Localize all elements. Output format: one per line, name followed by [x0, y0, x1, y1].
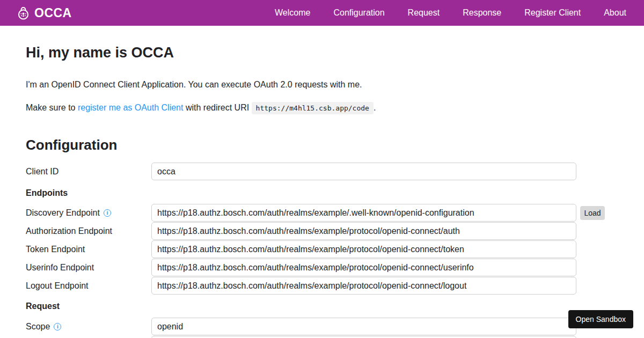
register-suffix: .	[374, 103, 376, 112]
nav-response[interactable]: Response	[463, 8, 501, 18]
discovery-endpoint-row: Discovery Endpoint Load	[26, 204, 576, 222]
logout-endpoint-row: Logout Endpoint	[26, 277, 576, 295]
authorization-endpoint-label-text: Authorization Endpoint	[26, 226, 112, 236]
scope-input[interactable]	[151, 318, 576, 335]
additional-parameters-row: Additional parameters	[26, 336, 576, 338]
logout-endpoint-label-text: Logout Endpoint	[26, 281, 89, 291]
userinfo-endpoint-row: Userinfo Endpoint	[26, 259, 576, 276]
token-endpoint-label-text: Token Endpoint	[26, 245, 85, 254]
register-middle: with redirect URI	[183, 103, 251, 112]
userinfo-endpoint-label-text: Userinfo Endpoint	[26, 263, 94, 273]
token-endpoint-row: Token Endpoint	[26, 240, 576, 258]
register-prefix: Make sure to	[26, 103, 78, 112]
scope-label-text: Scope	[26, 322, 50, 332]
nav-configuration[interactable]: Configuration	[333, 8, 384, 18]
authorization-endpoint-input[interactable]	[151, 222, 576, 240]
intro-description: I'm an OpenID Connect Client Application…	[26, 79, 576, 90]
discovery-endpoint-input[interactable]	[151, 204, 576, 222]
load-button[interactable]: Load	[580, 206, 605, 220]
open-sandbox-button[interactable]: Open Sandbox	[568, 310, 633, 328]
scope-label: Scope	[26, 322, 151, 332]
nav-request[interactable]: Request	[408, 8, 440, 18]
client-id-row: Client ID	[26, 163, 576, 180]
client-id-label-text: Client ID	[26, 167, 58, 177]
token-endpoint-label: Token Endpoint	[26, 245, 151, 254]
userinfo-endpoint-label: Userinfo Endpoint	[26, 263, 151, 273]
token-endpoint-input[interactable]	[151, 240, 576, 258]
request-heading: Request	[26, 301, 576, 311]
endpoints-heading: Endpoints	[26, 188, 576, 198]
main-content: Hi, my name is OCCA I'm an OpenID Connec…	[26, 45, 576, 338]
app-header: OCCA Welcome Configuration Request Respo…	[0, 0, 644, 26]
authorization-endpoint-label: Authorization Endpoint	[26, 226, 151, 236]
main-nav: Welcome Configuration Request Response R…	[275, 8, 626, 18]
logout-endpoint-label: Logout Endpoint	[26, 281, 151, 291]
authorization-endpoint-row: Authorization Endpoint	[26, 222, 576, 240]
scope-row: Scope	[26, 318, 576, 335]
info-icon[interactable]	[54, 323, 61, 330]
client-id-label: Client ID	[26, 167, 151, 177]
register-client-link[interactable]: register me as OAuth Client	[78, 103, 184, 112]
nav-welcome[interactable]: Welcome	[275, 8, 310, 18]
info-icon[interactable]	[104, 209, 111, 217]
logo-text: OCCA	[34, 6, 72, 20]
nav-about[interactable]: About	[604, 8, 626, 18]
userinfo-endpoint-input[interactable]	[151, 259, 576, 276]
discovery-endpoint-label-text: Discovery Endpoint	[26, 208, 100, 218]
page-title: Hi, my name is OCCA	[26, 45, 576, 60]
additional-parameters-input[interactable]	[151, 336, 576, 338]
client-id-input[interactable]	[151, 163, 576, 180]
padlock-icon	[16, 6, 31, 20]
discovery-endpoint-label: Discovery Endpoint	[26, 208, 151, 218]
logout-endpoint-input[interactable]	[151, 277, 576, 295]
configuration-section-title: Configuration	[26, 138, 576, 152]
redirect-uri-chip: https://m4hl15.csb.app/code	[252, 102, 374, 114]
register-hint: Make sure to register me as OAuth Client…	[26, 101, 576, 114]
nav-register-client[interactable]: Register Client	[524, 8, 581, 18]
app-logo[interactable]: OCCA	[16, 6, 72, 20]
